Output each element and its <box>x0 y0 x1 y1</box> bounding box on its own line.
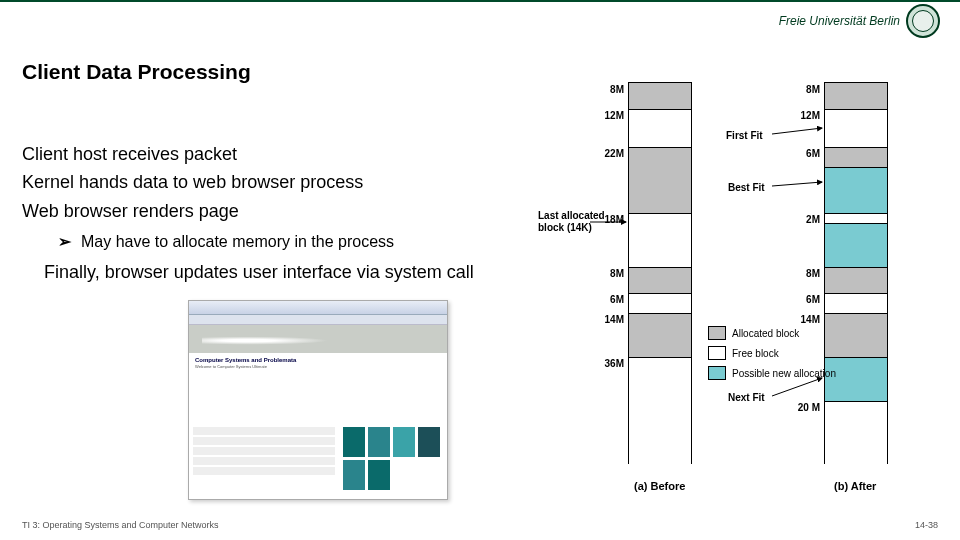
mem-segment <box>825 83 887 109</box>
mem-size-label: 8M <box>580 268 624 279</box>
legend-poss: Possible new allocation <box>732 368 836 379</box>
browser-titlebar <box>189 301 447 315</box>
swatch-poss-icon <box>708 366 726 380</box>
mem-size-label: 22M <box>580 148 624 159</box>
ann-best-fit: Best Fit <box>728 182 765 193</box>
bullet-2: Kernel hands data to web browser process <box>22 170 562 194</box>
browser-screenshot: Computer Systems and Problemata Welcome … <box>188 300 448 500</box>
mem-segment <box>629 267 691 293</box>
caption-after: (b) After <box>834 480 876 492</box>
mem-segment <box>629 83 691 109</box>
page-subhead: Welcome to Computer Systems Ultimate <box>195 365 441 370</box>
mem-size-label: 6M <box>776 294 820 305</box>
legend-free: Free block <box>732 348 779 359</box>
mem-size-label: 18M <box>580 214 624 225</box>
mem-segment <box>825 213 887 223</box>
mem-size-label: 14M <box>776 314 820 325</box>
seal-icon <box>906 4 940 38</box>
bullet-4: Finally, browser updates user interface … <box>22 260 562 284</box>
slide: Freie Universität Berlin Client Data Pro… <box>0 0 960 540</box>
mem-size-label: 8M <box>580 84 624 95</box>
slide-title: Client Data Processing <box>22 60 251 84</box>
browser-text-col <box>189 423 339 499</box>
sub-bullet-1: ➢ May have to allocate memory in the pro… <box>58 231 562 253</box>
ann-first-fit: First Fit <box>726 130 763 141</box>
mem-segment <box>825 147 887 167</box>
memory-diagram: Last allocated block (14K) First Fit Bes… <box>578 82 928 522</box>
ann-next-fit: Next Fit <box>728 392 765 403</box>
legend-alloc: Allocated block <box>732 328 799 339</box>
mem-segment <box>629 147 691 213</box>
mem-col-after <box>824 82 888 464</box>
sub-bullet-1-text: May have to allocate memory in the proce… <box>81 231 394 253</box>
mem-segment <box>825 223 887 267</box>
svg-line-0 <box>772 128 822 134</box>
mem-segment <box>629 109 691 147</box>
mem-size-label: 6M <box>776 148 820 159</box>
logo-text: Freie Universität Berlin <box>779 14 900 28</box>
browser-books <box>339 423 447 499</box>
footer-left: TI 3: Operating Systems and Computer Net… <box>22 520 219 530</box>
footer-right: 14-38 <box>915 520 938 530</box>
caption-before: (a) Before <box>634 480 685 492</box>
browser-hero-image <box>189 325 447 353</box>
mem-segment <box>629 313 691 357</box>
chevron-icon: ➢ <box>58 231 71 253</box>
bullet-1: Client host receives packet <box>22 142 562 166</box>
mem-size-label: 36M <box>580 358 624 369</box>
mem-size-label: 8M <box>776 84 820 95</box>
mem-segment <box>825 401 887 465</box>
bullet-3: Web browser renders page <box>22 199 562 223</box>
mem-size-label: 6M <box>580 294 624 305</box>
mem-size-label: 2M <box>776 214 820 225</box>
mem-segment <box>629 213 691 267</box>
mem-segment <box>825 167 887 213</box>
mem-size-label: 12M <box>580 110 624 121</box>
page-banner: Computer Systems and Problemata <box>195 357 441 363</box>
university-logo: Freie Universität Berlin <box>779 4 940 38</box>
mem-segment <box>629 357 691 465</box>
footer: TI 3: Operating Systems and Computer Net… <box>22 520 938 530</box>
mem-segment <box>825 109 887 147</box>
mem-size-label: 14M <box>580 314 624 325</box>
mem-segment <box>825 293 887 313</box>
svg-line-1 <box>772 182 822 186</box>
browser-content: Computer Systems and Problemata Welcome … <box>189 353 447 423</box>
mem-col-before <box>628 82 692 464</box>
swatch-free-icon <box>708 346 726 360</box>
mem-size-label: 20 M <box>776 402 820 413</box>
legend: Allocated block Free block Possible new … <box>708 326 836 386</box>
swatch-alloc-icon <box>708 326 726 340</box>
mem-segment <box>825 267 887 293</box>
mem-segment <box>629 293 691 313</box>
browser-lower <box>189 423 447 499</box>
browser-toolbar <box>189 315 447 325</box>
mem-size-label: 8M <box>776 268 820 279</box>
mem-size-label: 12M <box>776 110 820 121</box>
top-accent-bar <box>0 0 960 2</box>
slide-body: Client host receives packet Kernel hands… <box>22 142 562 289</box>
